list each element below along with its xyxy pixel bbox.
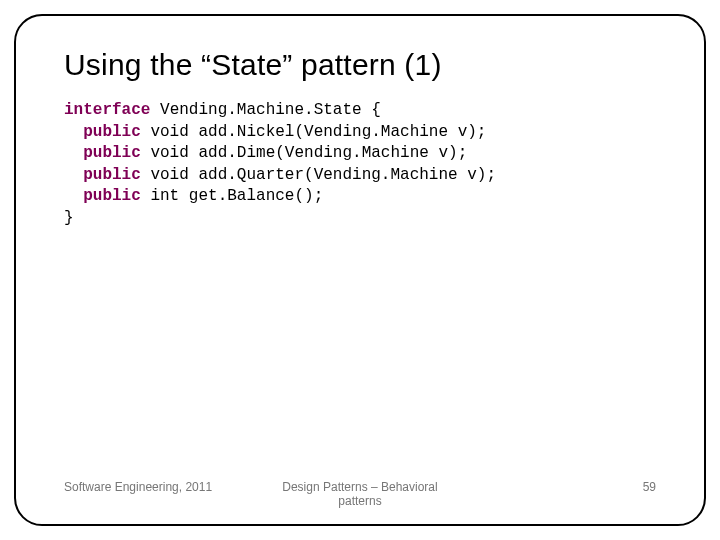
code-line-1-rest: Vending.Machine.State {: [150, 101, 380, 119]
code-line-5-rest: int get.Balance();: [141, 187, 323, 205]
slide-footer: Software Engineering, 2011 Design Patter…: [64, 480, 656, 508]
keyword-public-2: public: [83, 144, 141, 162]
footer-left: Software Engineering, 2011: [64, 480, 261, 494]
keyword-public-4: public: [83, 187, 141, 205]
slide-frame: Using the “State” pattern (1) interface …: [14, 14, 706, 526]
code-line-4-rest: void add.Quarter(Vending.Machine v);: [141, 166, 496, 184]
keyword-interface: interface: [64, 101, 150, 119]
slide-title: Using the “State” pattern (1): [64, 48, 656, 82]
keyword-public-1: public: [83, 123, 141, 141]
footer-page-number: 59: [459, 480, 656, 494]
footer-center: Design Patterns – Behavioral patterns: [261, 480, 458, 508]
code-line-2-rest: void add.Nickel(Vending.Machine v);: [141, 123, 487, 141]
keyword-public-3: public: [83, 166, 141, 184]
code-line-6: }: [64, 209, 74, 227]
code-block: interface Vending.Machine.State { public…: [64, 100, 656, 230]
code-line-3-rest: void add.Dime(Vending.Machine v);: [141, 144, 467, 162]
